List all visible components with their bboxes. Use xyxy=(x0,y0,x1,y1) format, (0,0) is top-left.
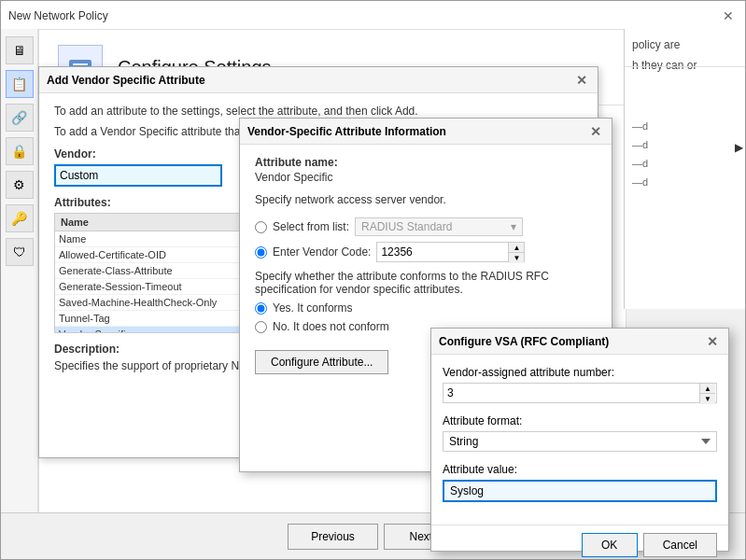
avsa-desc1: To add an attribute to the settings, sel… xyxy=(54,105,583,118)
cvsa-body: Vendor-assigned attribute number: ▲ ▼ At… xyxy=(431,355,728,525)
no-conforms-label[interactable]: No. It does not conform xyxy=(273,320,389,333)
avsa-title: Add Vendor Specific Attribute xyxy=(47,74,573,87)
ok-button[interactable]: OK xyxy=(582,533,638,557)
col-name: Name xyxy=(55,214,260,231)
yes-conforms-radio[interactable] xyxy=(255,302,267,315)
cvsa-close-button[interactable]: ✕ xyxy=(704,333,721,350)
attr-value-label: Attribute value: xyxy=(443,463,717,476)
cancel-button[interactable]: Cancel xyxy=(643,533,717,557)
main-close-button[interactable]: ✕ xyxy=(719,7,738,25)
vendor-code-up[interactable]: ▲ xyxy=(509,243,524,253)
vsai-attr-name-value: Vendor Specific xyxy=(255,171,597,184)
main-window: New Network Policy ✕ 🖥 📋 🔗 🔒 ⚙ 🔑 🛡 Confi… xyxy=(0,0,746,560)
conform-desc: Specify whether the attribute conforms t… xyxy=(255,270,597,296)
enter-code-row: Enter Vendor Code: ▲ ▼ xyxy=(255,242,597,262)
previous-button[interactable]: Previous xyxy=(288,524,378,550)
dialog-cvsa: Configure VSA (RFC Compliant) ✕ Vendor-a… xyxy=(430,328,729,552)
vendor-attr-num-spinbox[interactable]: ▲ ▼ xyxy=(443,383,717,403)
select-list-label[interactable]: Select from list: xyxy=(273,220,349,233)
vsai-title: Vendor-Specific Attribute Information xyxy=(247,125,587,138)
sidebar: 🖥 📋 🔗 🔒 ⚙ 🔑 🛡 xyxy=(1,29,38,552)
enter-code-label[interactable]: Enter Vendor Code: xyxy=(273,245,371,259)
attr-format-row: Attribute format: String Integer Date Bi… xyxy=(443,414,717,452)
sidebar-item-5[interactable]: ⚙ xyxy=(6,171,34,199)
select-list-radio[interactable] xyxy=(255,221,267,233)
vendor-input[interactable] xyxy=(54,164,222,187)
scroll-right-arrow[interactable]: ▶ xyxy=(735,141,743,154)
sidebar-item-7[interactable]: 🛡 xyxy=(6,238,34,266)
cvsa-title-bar: Configure VSA (RFC Compliant) ✕ xyxy=(431,329,728,355)
yes-conforms-row: Yes. It conforms xyxy=(255,301,597,315)
vendor-attr-num-label: Vendor-assigned attribute number: xyxy=(443,366,717,379)
window-title: New Network Policy xyxy=(8,9,719,22)
cvsa-title: Configure VSA (RFC Compliant) xyxy=(439,335,704,348)
attr-format-label: Attribute format: xyxy=(443,414,717,427)
vsai-title-bar: Vendor-Specific Attribute Information ✕ xyxy=(240,119,612,145)
attr-num-down[interactable]: ▼ xyxy=(700,394,715,404)
attr-value-input[interactable] xyxy=(443,480,717,502)
vsai-attr-name-label: Attribute name: xyxy=(255,156,597,169)
sidebar-item-6[interactable]: 🔑 xyxy=(6,204,34,232)
vendor-attr-num-row: Vendor-assigned attribute number: ▲ ▼ xyxy=(443,366,717,403)
select-list-row: Select from list: RADIUS Standard ▾ xyxy=(255,217,597,236)
sidebar-item-2[interactable]: 📋 xyxy=(6,70,34,98)
vendor-attr-num-input[interactable] xyxy=(443,384,699,402)
attr-num-up[interactable]: ▲ xyxy=(700,384,715,394)
dropdown-arrow: ▾ xyxy=(511,220,516,233)
avsa-title-bar: Add Vendor Specific Attribute ✕ xyxy=(39,67,598,93)
radius-standard-dropdown[interactable]: RADIUS Standard ▾ xyxy=(355,217,523,236)
enter-code-radio[interactable] xyxy=(255,246,267,259)
conform-section: Specify whether the attribute conforms t… xyxy=(255,270,597,333)
no-conforms-radio[interactable] xyxy=(255,321,267,333)
title-bar: New Network Policy ✕ xyxy=(1,1,745,31)
sidebar-item-3[interactable]: 🔗 xyxy=(6,104,34,132)
right-text: policy are h they can or xyxy=(632,36,738,74)
vendor-code-down[interactable]: ▼ xyxy=(509,253,524,263)
yes-conforms-label[interactable]: Yes. It conforms xyxy=(273,301,353,315)
dropdown-value: RADIUS Standard xyxy=(361,220,452,233)
svg-rect-1 xyxy=(73,63,88,65)
sidebar-item-1[interactable]: 🖥 xyxy=(6,36,34,64)
sidebar-item-4[interactable]: 🔒 xyxy=(6,137,34,165)
configure-attribute-button[interactable]: Configure Attribute... xyxy=(255,350,388,374)
right-panel: policy are h they can or —d —d —d —d ▶ xyxy=(624,29,745,309)
attr-format-select[interactable]: String Integer Date Binary xyxy=(443,431,717,452)
avsa-close-button[interactable]: ✕ xyxy=(573,72,590,89)
vendor-code-input[interactable] xyxy=(377,243,508,261)
vsai-specify-vendor: Specify network access server vendor. xyxy=(255,193,597,206)
cvsa-footer: OK Cancel xyxy=(431,525,728,560)
attr-value-row: Attribute value: xyxy=(443,463,717,502)
vendor-code-spinbox[interactable]: ▲ ▼ xyxy=(376,242,525,262)
vsai-close-button[interactable]: ✕ xyxy=(587,123,604,140)
